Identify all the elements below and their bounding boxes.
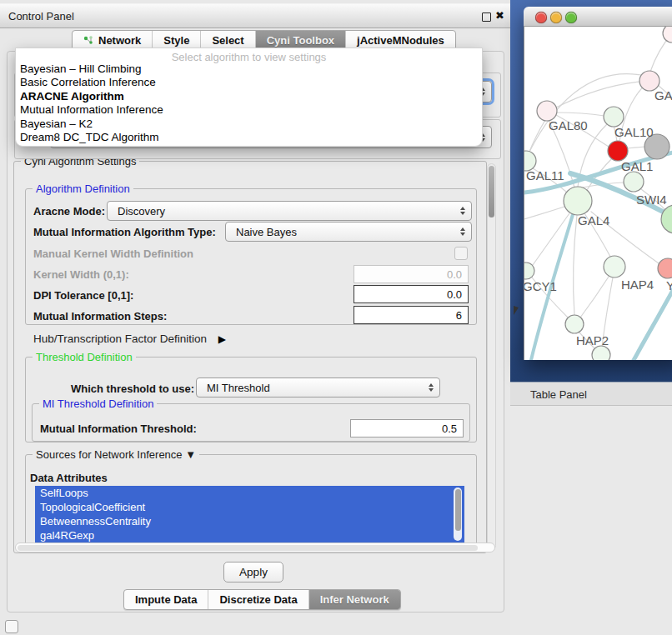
mi-steps-field[interactable]: 6 xyxy=(354,306,469,324)
network-node[interactable] xyxy=(604,107,624,127)
network-edge[interactable] xyxy=(556,112,604,116)
network-canvas[interactable]: GALGAL80GAL10GAL1GAL11SWI4GAL4GCY1HAP4YH… xyxy=(524,27,672,360)
which-threshold-combobox[interactable]: MI Threshold xyxy=(196,378,440,398)
which-threshold-value: MI Threshold xyxy=(207,382,270,394)
data-attribute-item[interactable]: TopologicalCoefficient xyxy=(35,500,464,514)
hub-expander-label: Hub/Transcription Factor Definition xyxy=(33,332,207,345)
expander-down-icon[interactable]: ▼ xyxy=(185,448,196,461)
dpi-tolerance-field[interactable]: 0.0 xyxy=(354,285,469,303)
control-panel: Control Panel ✖ Network Style Select Cyn… xyxy=(0,0,510,635)
data-attribute-item[interactable]: BetweennessCentrality xyxy=(35,514,464,528)
apply-button-label: Apply xyxy=(239,566,268,578)
network-node-label: HAP2 xyxy=(576,333,609,348)
mi-threshold-field[interactable]: 0.5 xyxy=(350,419,464,438)
dpi-tolerance-label: DPI Tolerance [0,1]: xyxy=(33,289,133,302)
sources-title: Sources for Network Inference xyxy=(36,448,183,461)
network-node-label: GCY1 xyxy=(524,279,557,293)
scrollbar-thumb[interactable] xyxy=(489,166,494,218)
manual-kernel-checkbox[interactable] xyxy=(454,247,468,260)
network-node-label: GAL1 xyxy=(621,159,653,173)
mi-threshold-label: Mutual Information Threshold: xyxy=(40,422,197,435)
network-node-label: GAL10 xyxy=(614,125,654,139)
mouse-cursor xyxy=(514,306,519,315)
expander-right-icon[interactable]: ▶ xyxy=(218,333,226,345)
combo-stepper-icon xyxy=(460,207,465,215)
network-node[interactable] xyxy=(624,172,644,192)
tab-label: Impute Data xyxy=(135,593,197,606)
network-node[interactable] xyxy=(564,187,592,215)
network-node[interactable] xyxy=(592,346,610,360)
tab-label: jActiveMNodules xyxy=(357,34,444,47)
algorithm-popup-item[interactable]: Dream8 DC_TDC Algorithm xyxy=(16,131,482,144)
network-edge[interactable] xyxy=(580,277,609,318)
network-node-label: GAL80 xyxy=(549,118,588,132)
combo-stepper-icon xyxy=(429,383,434,392)
mi-steps-label: Mutual Information Steps: xyxy=(33,310,167,322)
mi-steps-value: 6 xyxy=(456,309,462,322)
algorithm-popup: Select algorithm to view settings Bayesi… xyxy=(15,48,483,147)
group-title: MI Threshold Definition xyxy=(39,398,157,410)
tab-discretize-data[interactable]: Discretize Data xyxy=(208,590,308,609)
group-title: Threshold Definition xyxy=(33,351,136,363)
table-panel-title: Table Panel xyxy=(530,388,587,401)
network-canvas-svg: GALGAL80GAL10GAL1GAL11SWI4GAL4GCY1HAP4YH… xyxy=(524,27,672,360)
data-attribute-item[interactable]: gal4RGexp xyxy=(35,528,464,542)
float-window-icon[interactable] xyxy=(482,12,491,22)
tab-infer-network[interactable]: Infer Network xyxy=(309,590,400,609)
tab-label: Style xyxy=(163,34,189,47)
control-panel-titlebar: Control Panel ✖ xyxy=(0,3,510,28)
minimize-traffic-light-icon[interactable] xyxy=(550,12,562,23)
network-node-label: GAL xyxy=(654,88,672,102)
table-panel-titlebar: Table Panel xyxy=(510,382,672,406)
aracne-mode-value: Discovery xyxy=(118,205,165,218)
hub-transcription-expander[interactable]: Hub/Transcription Factor Definition ▶ xyxy=(33,332,226,345)
network-node[interactable] xyxy=(565,315,584,333)
network-node-label: GAL4 xyxy=(578,213,609,228)
scrollbar-thumb[interactable] xyxy=(455,489,461,531)
network-tab-icon xyxy=(83,35,94,46)
data-attributes-label: Data Attributes xyxy=(30,472,108,484)
combo-stepper-icon xyxy=(460,228,465,236)
network-edge[interactable] xyxy=(627,147,645,148)
apply-button[interactable]: Apply xyxy=(223,562,283,582)
network-node[interactable] xyxy=(604,256,625,278)
network-edge[interactable] xyxy=(524,207,564,220)
panel-title: Control Panel xyxy=(8,10,74,22)
algorithm-popup-item[interactable]: Mutual Information Inference xyxy=(16,103,482,117)
manual-kernel-label: Manual Kernel Width Definition xyxy=(33,248,193,260)
algorithm-popup-header: Select algorithm to view settings xyxy=(16,48,482,62)
network-window: GALGAL80GAL10GAL1GAL11SWI4GAL4GCY1HAP4YH… xyxy=(524,7,672,360)
kernel-width-label: Kernel Width (0,1): xyxy=(33,268,129,281)
network-node[interactable] xyxy=(608,141,628,161)
settings-vertical-scrollbar[interactable] xyxy=(487,163,496,550)
which-threshold-label: Which threshold to use: xyxy=(71,382,194,395)
network-node-label: GAL11 xyxy=(526,168,564,182)
table-panel-body: ⚙ ☑☑ ☐☐ shared... name A YDL19...YDL19..… xyxy=(510,406,672,635)
network-edge[interactable] xyxy=(556,81,649,108)
close-icon[interactable]: ✖ xyxy=(495,9,504,22)
bottom-tabbar: Impute Data Discretize Data Infer Networ… xyxy=(123,589,401,610)
group-title: Sources for Network Inference ▼ xyxy=(33,448,199,461)
data-attribute-item[interactable]: SelfLoops xyxy=(35,486,464,500)
tab-label: Network xyxy=(98,34,141,47)
attributes-list-scrollbar[interactable] xyxy=(454,488,462,541)
network-window-titlebar[interactable] xyxy=(524,7,672,27)
algorithm-popup-item[interactable]: Bayesian – K2 xyxy=(16,118,482,131)
algorithm-popup-item[interactable]: ARACNE Algorithm xyxy=(16,90,482,103)
data-attributes-list[interactable]: SelfLoopsTopologicalCoefficientBetweenne… xyxy=(35,486,464,542)
mi-threshold-value: 0.5 xyxy=(442,422,457,435)
scrollbar-thumb[interactable] xyxy=(18,545,478,551)
network-node[interactable] xyxy=(658,258,672,278)
algorithm-popup-item[interactable]: Basic Correlation Inference xyxy=(16,76,482,89)
network-edge[interactable] xyxy=(574,215,577,315)
aracne-mode-combobox[interactable]: Discovery xyxy=(107,201,472,221)
minimized-panel-icon[interactable] xyxy=(5,620,18,633)
mi-type-combobox[interactable]: Naive Bayes xyxy=(225,222,472,242)
tab-label: Discretize Data xyxy=(219,593,297,606)
close-traffic-light-icon[interactable] xyxy=(535,12,547,23)
tab-impute-data[interactable]: Impute Data xyxy=(124,590,208,609)
network-node[interactable] xyxy=(663,27,672,42)
algorithm-popup-item[interactable]: Bayesian – Hill Climbing xyxy=(16,62,482,76)
zoom-traffic-light-icon[interactable] xyxy=(565,12,577,23)
settings-horizontal-scrollbar[interactable] xyxy=(15,542,495,552)
